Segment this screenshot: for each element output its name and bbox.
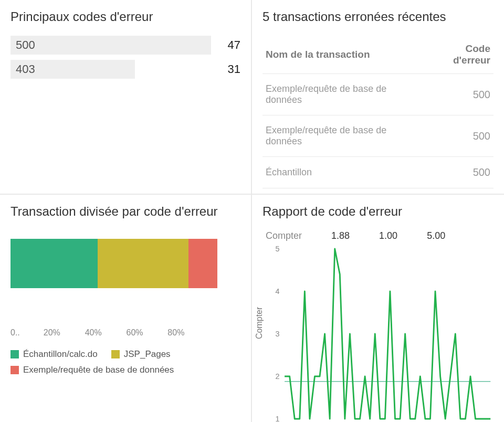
stacked-segment[interactable]	[188, 239, 217, 288]
stacked-segment[interactable]	[10, 239, 98, 288]
kpi-row: Compter 1.88 1.00 5.00	[266, 230, 494, 241]
kpi-label: Compter	[266, 230, 302, 241]
table-row[interactable]: Exemple/requête de base de données500	[262, 74, 494, 115]
panel-title: Principaux codes d'erreur	[10, 9, 240, 24]
x-axis-tick: 0..	[10, 328, 20, 337]
error-code-count: 47	[211, 38, 240, 52]
panel-title: Rapport de code d'erreur	[262, 204, 494, 219]
legend-item[interactable]: JSP_Pages	[111, 349, 171, 360]
x-axis-tick: 20%	[44, 328, 60, 337]
dashboard: Principaux codes d'erreur 5004740331 5 t…	[0, 0, 504, 422]
table-row[interactable]: Exemple/requête de base de données500	[262, 115, 494, 157]
panel-transaction-split: Transaction divisée par code d'erreur 0.…	[0, 195, 252, 422]
line-series	[285, 249, 490, 419]
legend-label: Échantillon/calc.do	[23, 349, 98, 360]
table-row[interactable]: Échantillon500	[262, 157, 494, 188]
panel-title: 5 transactions erronées récentes	[262, 9, 494, 24]
kpi-min: 1.00	[379, 230, 397, 241]
cell-transaction-name: Exemple/requête de base de données	[262, 74, 424, 115]
recent-transactions-table: Nom de la transaction Code d'erreur Exem…	[262, 36, 494, 188]
error-code-row[interactable]: 40331	[10, 60, 240, 79]
error-code-label: 403	[10, 62, 35, 76]
stacked-bar	[10, 239, 217, 288]
kpi-mean: 1.88	[331, 230, 350, 241]
legend: Échantillon/calc.doJSP_PagesExemple/requ…	[10, 349, 240, 375]
x-axis-tick: 60%	[126, 328, 143, 337]
legend-item[interactable]: Exemple/requête de base de données	[10, 365, 174, 375]
cell-error-code: 500	[424, 157, 494, 188]
y-axis-tick: 1	[276, 415, 280, 422]
legend-swatch-icon	[111, 350, 120, 358]
panel-title: Transaction divisée par code d'erreur	[10, 204, 240, 219]
kpi-max: 5.00	[427, 230, 445, 241]
y-axis-tick: 3	[276, 330, 280, 338]
x-axis-tick: 80%	[167, 328, 184, 337]
legend-label: JSP_Pages	[124, 349, 171, 360]
legend-swatch-icon	[10, 366, 19, 374]
cell-transaction-name: Échantillon	[262, 157, 424, 188]
cell-error-code: 500	[424, 115, 494, 157]
y-axis-label: Compter	[255, 307, 264, 339]
table-header-row: Nom de la transaction Code d'erreur	[262, 36, 494, 74]
col-error-code: Code d'erreur	[424, 36, 494, 74]
error-code-row[interactable]: 50047	[10, 36, 240, 55]
cell-transaction-name: Exemple/requête de base de données	[262, 115, 424, 157]
error-code-bar: 403	[10, 60, 211, 79]
line-chart: Compter 1234514:2114:51	[262, 245, 494, 422]
panel-recent-error-transactions: 5 transactions erronées récentes Nom de …	[252, 0, 504, 195]
panel-error-code-report: Rapport de code d'erreur Compter 1.88 1.…	[252, 195, 504, 422]
error-code-label: 500	[10, 38, 35, 51]
col-transaction-name: Nom de la transaction	[262, 36, 424, 74]
y-axis-tick: 4	[276, 287, 280, 296]
y-axis-tick: 2	[276, 372, 280, 381]
legend-swatch-icon	[10, 350, 19, 358]
legend-label: Exemple/requête de base de données	[23, 365, 174, 375]
x-axis-tick: 40%	[85, 328, 102, 337]
error-code-list: 5004740331	[10, 36, 240, 79]
stacked-segment[interactable]	[98, 239, 188, 288]
error-code-count: 31	[211, 62, 240, 76]
legend-item[interactable]: Échantillon/calc.do	[10, 349, 98, 360]
cell-error-code: 500	[424, 74, 494, 115]
y-axis-tick: 5	[276, 245, 280, 253]
line-chart-svg: 1234514:2114:51	[262, 245, 494, 422]
error-code-bar: 500	[10, 36, 211, 55]
panel-top-error-codes: Principaux codes d'erreur 5004740331	[0, 0, 252, 195]
stacked-bar-chart: 0..20%40%60%80% Échantillon/calc.doJSP_P…	[10, 239, 240, 375]
